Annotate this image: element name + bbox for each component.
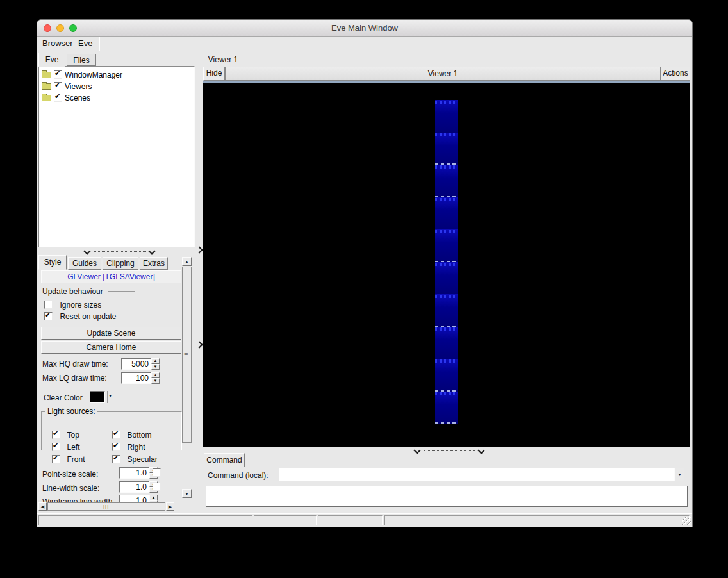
line-width-spinner: 1.0 ▲▼: [119, 481, 158, 493]
point-size-label: Point-size scale:: [42, 470, 98, 479]
line-width-value[interactable]: 1.0: [119, 481, 149, 493]
statusbar: [37, 513, 692, 527]
ignore-sizes-row[interactable]: Ignore sizes: [44, 299, 101, 310]
light-front-checkbox[interactable]: [52, 455, 60, 463]
reset-on-update-checkbox[interactable]: [44, 312, 53, 320]
light-bottom-checkbox[interactable]: [112, 431, 120, 439]
editor-vertical-scrollbar: ▲ ≡ ▼: [182, 257, 192, 500]
max-lq-label: Max LQ draw time:: [42, 374, 107, 383]
wireframe-value[interactable]: 1.0: [119, 495, 149, 502]
tower-segment: [435, 262, 458, 294]
max-hq-value[interactable]: 5000: [121, 358, 151, 370]
tab-viewer-1[interactable]: Viewer 1: [204, 53, 242, 67]
menu-browser[interactable]: Browser: [38, 37, 77, 51]
update-behaviour-label: Update behaviour: [42, 287, 135, 296]
light-right-checkbox[interactable]: [112, 443, 120, 451]
status-cell: [318, 515, 383, 525]
folder-icon: [42, 72, 51, 78]
tab-command[interactable]: Command: [204, 453, 245, 467]
light-right-row[interactable]: Right: [112, 441, 145, 452]
glviewer-title-button[interactable]: GLViewer [TGLSAViewer]: [41, 270, 181, 283]
splitter-arrow-icon: [477, 447, 484, 454]
color-dropdown-icon[interactable]: ▾: [109, 393, 112, 399]
update-scene-button[interactable]: Update Scene: [41, 327, 181, 340]
tab-extras[interactable]: Extras: [140, 257, 168, 270]
folder-icon: [42, 95, 51, 101]
tab-style[interactable]: Style: [38, 255, 67, 270]
light-specular-checkbox[interactable]: [112, 455, 120, 463]
point-size-value[interactable]: 1.0: [119, 467, 149, 479]
command-output[interactable]: [206, 486, 688, 507]
wireframe-spinner: 1.0 ▲▼: [119, 495, 158, 502]
line-width-label: Line-width scale:: [42, 484, 99, 493]
titlebar[interactable]: Eve Main Window: [37, 20, 692, 37]
menu-eve[interactable]: Eve: [74, 37, 96, 51]
resize-grip[interactable]: [682, 517, 691, 525]
menubar: Browser Eve: [37, 37, 692, 51]
tab-eve[interactable]: Eve: [38, 53, 65, 67]
light-top-checkbox[interactable]: [52, 431, 60, 439]
spin-down-icon[interactable]: ▼: [151, 378, 160, 384]
spin-up-icon[interactable]: ▲: [151, 372, 160, 378]
tower-segment: [435, 359, 458, 392]
scene-geometry-tower[interactable]: [435, 100, 458, 424]
spin-up-icon[interactable]: ▲: [151, 358, 160, 364]
clear-color-swatch[interactable]: [90, 391, 105, 403]
command-horizontal-splitter[interactable]: [203, 447, 690, 454]
scroll-left-icon[interactable]: ◀: [38, 502, 47, 511]
scrollbar-thumb[interactable]: ≡: [182, 267, 192, 443]
tower-segment: [435, 294, 458, 327]
light-left-row[interactable]: Left: [52, 441, 79, 452]
splitter-arrow-icon: [148, 247, 155, 254]
left-horizontal-splitter[interactable]: [37, 247, 196, 255]
spin-up-icon[interactable]: ▲: [149, 495, 158, 500]
command-local-label: Command (local):: [208, 471, 269, 480]
light-specular-row[interactable]: Specular: [112, 453, 158, 465]
command-combobox: ▼: [279, 468, 684, 481]
tab-files[interactable]: Files: [67, 54, 96, 66]
tower-segment: [435, 229, 458, 262]
tree-checkbox[interactable]: [54, 70, 62, 79]
wireframe-label: Wireframe line-width: [42, 497, 112, 502]
scrollbar-thumb[interactable]: |||: [47, 502, 165, 511]
tree-checkbox[interactable]: [54, 94, 62, 102]
point-size-flag-checkbox[interactable]: [153, 468, 161, 477]
main-vertical-splitter[interactable]: [196, 51, 203, 513]
actions-button[interactable]: Actions: [661, 67, 690, 80]
light-front-row[interactable]: Front: [52, 453, 85, 465]
tree-item-scenes[interactable]: Scenes: [42, 92, 90, 103]
command-input[interactable]: [279, 468, 675, 481]
tab-clipping[interactable]: Clipping: [103, 257, 138, 270]
tower-segment: [435, 100, 458, 133]
combo-dropdown-icon[interactable]: ▼: [675, 468, 684, 481]
tree-item-viewers[interactable]: Viewers: [42, 81, 92, 92]
reset-on-update-row[interactable]: Reset on update: [44, 310, 117, 322]
scroll-right-icon[interactable]: ▶: [166, 502, 174, 511]
scroll-down-icon[interactable]: ▼: [182, 489, 192, 498]
splitter-arrow-icon: [195, 246, 203, 253]
tree-item-windowmanager[interactable]: WindowManager: [42, 69, 122, 80]
line-width-flag-checkbox[interactable]: [153, 483, 161, 491]
gl-viewport[interactable]: [203, 83, 690, 447]
spin-down-icon[interactable]: ▼: [151, 364, 160, 370]
light-top-row[interactable]: Top: [52, 429, 79, 440]
ignore-sizes-checkbox[interactable]: [44, 301, 53, 309]
viewer-toolbar: Hide Viewer 1 Actions: [203, 67, 690, 81]
max-hq-spinner: 5000 ▲▼: [121, 358, 160, 370]
splitter-arrow-icon: [413, 447, 420, 454]
max-lq-value[interactable]: 100: [121, 372, 151, 384]
light-bottom-row[interactable]: Bottom: [112, 429, 151, 440]
tab-guides[interactable]: Guides: [68, 257, 101, 270]
tree-checkbox[interactable]: [54, 82, 62, 90]
camera-home-button[interactable]: Camera Home: [41, 341, 181, 354]
light-left-checkbox[interactable]: [52, 443, 60, 451]
menubar-divider: [99, 37, 100, 51]
tree-item-label: WindowManager: [65, 70, 122, 79]
hide-button[interactable]: Hide: [204, 67, 225, 80]
max-hq-label: Max HQ draw time:: [42, 359, 108, 368]
window-title: Eve Main Window: [37, 20, 692, 37]
tower-segment: [435, 327, 458, 359]
thumb-grip-icon: ≡: [184, 349, 188, 357]
viewer-title: Viewer 1: [225, 67, 661, 80]
scroll-up-icon[interactable]: ▲: [182, 257, 192, 266]
